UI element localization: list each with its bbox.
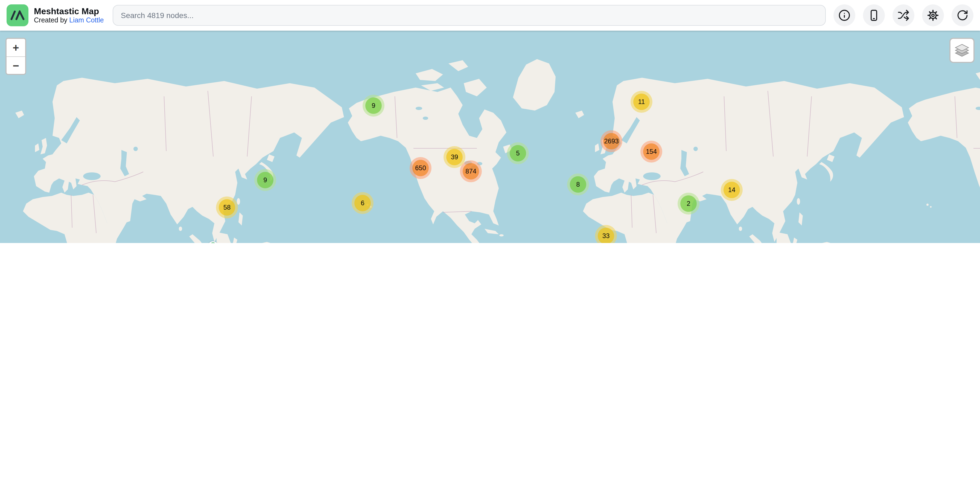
cluster-marker[interactable]: 14: [721, 179, 743, 201]
cluster-count: 58: [219, 199, 235, 216]
cluster-count: 650: [412, 160, 429, 176]
cluster-marker[interactable]: 874: [460, 160, 482, 182]
random-node-button[interactable]: [892, 5, 915, 26]
cluster-marker[interactable]: 2693: [600, 130, 622, 152]
cluster-count: 33: [598, 228, 614, 243]
cluster-count: 154: [643, 143, 660, 160]
settings-button[interactable]: [922, 5, 944, 26]
app-window: + − 911269315439650874589214586332168223…: [0, 0, 980, 243]
info-icon: [838, 9, 850, 21]
mobile-app-button[interactable]: [863, 5, 885, 26]
cluster-marker[interactable]: 9: [254, 169, 276, 191]
page-subtitle: Created by Liam Cottle: [34, 16, 104, 24]
cluster-count: 2693: [603, 133, 620, 150]
cluster-marker[interactable]: 2: [678, 193, 700, 215]
search-input[interactable]: [113, 5, 826, 26]
cluster-count: 9: [257, 172, 274, 188]
meshtastic-logo-icon: [6, 5, 29, 26]
cluster-count: 874: [463, 163, 479, 180]
map-zoom-control: + −: [5, 38, 26, 75]
cluster-count: 14: [724, 182, 740, 198]
layers-control-button[interactable]: [950, 38, 975, 63]
map-canvas[interactable]: + − 911269315439650874589214586332168223…: [0, 31, 980, 243]
cluster-count: 5: [510, 145, 526, 161]
cluster-marker[interactable]: 6: [352, 192, 374, 214]
cluster-marker[interactable]: 9: [363, 95, 385, 116]
cluster-count: 6: [355, 195, 371, 211]
world-map-tiles: [0, 31, 980, 243]
cluster-marker[interactable]: 58: [216, 196, 238, 218]
title-block: Meshtastic Map Created by Liam Cottle: [34, 6, 104, 24]
cluster-marker[interactable]: 11: [630, 91, 652, 113]
shuffle-icon: [897, 9, 910, 21]
author-link[interactable]: Liam Cottle: [69, 16, 103, 24]
refresh-icon: [956, 9, 969, 21]
page-title: Meshtastic Map: [34, 6, 104, 16]
layers-icon: [954, 43, 970, 57]
smartphone-icon: [868, 9, 880, 21]
subtitle-prefix: Created by: [34, 16, 69, 24]
cluster-count: 2: [680, 195, 697, 212]
settings-gear-icon: [927, 9, 939, 21]
zoom-in-button[interactable]: +: [6, 39, 25, 56]
cluster-count: 11: [633, 94, 650, 110]
app-header: Meshtastic Map Created by Liam Cottle: [0, 0, 980, 31]
info-button[interactable]: [834, 5, 855, 26]
refresh-button[interactable]: [951, 5, 974, 26]
cluster-count: 8: [570, 176, 586, 193]
cluster-count: 9: [365, 97, 382, 114]
cluster-marker[interactable]: 5: [507, 142, 529, 164]
zoom-out-button[interactable]: −: [6, 56, 25, 74]
cluster-marker[interactable]: 8: [567, 174, 589, 195]
cluster-marker[interactable]: 650: [410, 157, 431, 179]
cluster-count: 39: [446, 149, 463, 165]
cluster-marker[interactable]: 154: [640, 141, 662, 163]
